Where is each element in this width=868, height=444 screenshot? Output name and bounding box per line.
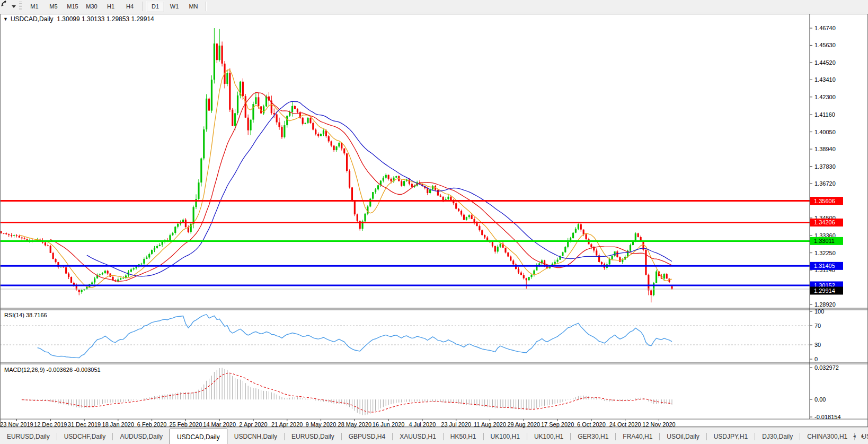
svg-text:29 Aug 2020: 29 Aug 2020	[507, 421, 540, 428]
axis-badge-1.31405: 1.31405	[810, 262, 843, 270]
svg-text:1.43410: 1.43410	[814, 76, 836, 83]
chart-symbol-label: USDCAD,Daily	[11, 15, 54, 23]
chart-ohlc-values: 1.30099 1.30133 1.29853 1.29914	[57, 15, 154, 23]
chart-tab-UK100-H1[interactable]: UK100,H1	[484, 428, 527, 444]
svg-text:16 Jun 2020: 16 Jun 2020	[373, 421, 405, 428]
timeframe-button-W1[interactable]: W1	[165, 1, 183, 12]
timeframe-button-H4[interactable]: H4	[121, 1, 139, 12]
svg-text:21 Apr 2020: 21 Apr 2020	[271, 421, 303, 428]
svg-text:1.33011: 1.33011	[814, 238, 835, 244]
svg-text:1.40050: 1.40050	[814, 129, 836, 135]
timeframe-button-M5[interactable]: M5	[45, 1, 63, 12]
timeframe-button-M15[interactable]: M15	[64, 1, 82, 12]
svg-text:1.44520: 1.44520	[814, 59, 836, 66]
chart-tab-USDJPY-H1[interactable]: USDJPY,H1	[707, 428, 755, 444]
chart-tab-GER30-H1[interactable]: GER30,H1	[571, 428, 615, 444]
cursor-tool-glyph	[0, 0, 7, 7]
chart-tab-FRA40-H1[interactable]: FRA40,H1	[616, 428, 659, 444]
chart-tab-XAUUSD-H1[interactable]: XAUUSD,H1	[393, 428, 443, 444]
tab-scroll-arrows: ◄ ►	[852, 428, 865, 444]
svg-text:12 Nov 2020: 12 Nov 2020	[642, 421, 675, 428]
svg-text:6 Oct 2020: 6 Oct 2020	[577, 421, 606, 428]
chart-tab-USDCNH-Daily[interactable]: USDCNH,Daily	[227, 428, 284, 444]
svg-text:1.32250: 1.32250	[814, 250, 836, 256]
svg-text:1.31405: 1.31405	[814, 263, 835, 269]
timeframe-button-H1[interactable]: H1	[102, 1, 120, 12]
svg-text:31 Dec 2019: 31 Dec 2019	[68, 421, 101, 428]
svg-text:18 Jan 2020: 18 Jan 2020	[102, 421, 135, 428]
svg-text:1.29914: 1.29914	[814, 288, 835, 294]
svg-text:1.38940: 1.38940	[814, 146, 836, 152]
svg-text:0.032972: 0.032972	[814, 364, 839, 371]
svg-text:100: 100	[814, 308, 824, 315]
chart-tab-AUDUSD-Daily[interactable]: AUDUSD,Daily	[113, 428, 170, 444]
svg-text:14 Mar 2020: 14 Mar 2020	[203, 421, 236, 428]
svg-text:1.36720: 1.36720	[814, 180, 836, 187]
svg-text:6 Feb 2020: 6 Feb 2020	[137, 421, 167, 428]
cursor-tool-dropdown-caret-icon[interactable]	[12, 5, 16, 8]
tab-scroll-left-icon[interactable]: ◄	[852, 434, 856, 439]
timeframe-button-M30[interactable]: M30	[83, 1, 101, 12]
chart-tab-bar: EURUSD,DailyUSDCHF,DailyAUDUSD,DailyUSDC…	[0, 428, 868, 444]
svg-text:23 Jul 2020: 23 Jul 2020	[441, 421, 471, 428]
timeframe-toolbar: M1M5M15M30H1H4D1W1MN	[0, 0, 868, 13]
chart-tab-USDCHF-Daily[interactable]: USDCHF,Daily	[57, 428, 113, 444]
chart-tab-GBPUSD-H4[interactable]: GBPUSD,H4	[342, 428, 392, 444]
cursor-tool-icon[interactable]	[2, 2, 11, 11]
chart-tab-DJ30-Daily[interactable]: DJ30,Daily	[755, 428, 800, 444]
axis-badge-1.34206: 1.34206	[810, 219, 843, 227]
chart-tab-EURUSD-Daily[interactable]: EURUSD,Daily	[0, 428, 57, 444]
macd-indicator-label: MACD(12,26,9) -0.003626 -0.003051	[4, 367, 101, 373]
price-chart-canvas[interactable]: 1.467401.456301.445201.434101.423001.411…	[0, 0, 868, 444]
rsi-indicator-label: RSI(14) 38.7166	[4, 312, 47, 318]
chart-tab-USOil-Daily[interactable]: USOil,Daily	[660, 428, 706, 444]
svg-text:30: 30	[814, 342, 821, 348]
axis-badge-1.35606: 1.35606	[810, 197, 843, 205]
svg-text:2 Apr 2020: 2 Apr 2020	[239, 421, 267, 428]
chart-tab-HK50-H1[interactable]: HK50,H1	[444, 428, 483, 444]
svg-text:28 May 2020: 28 May 2020	[338, 421, 372, 428]
axis-badge-current-price: 1.29914	[810, 286, 843, 294]
svg-text:12 Dec 2019: 12 Dec 2019	[34, 421, 67, 428]
svg-text:9 May 2020: 9 May 2020	[306, 421, 336, 428]
svg-text:1.37830: 1.37830	[814, 163, 836, 170]
toolbar-separator	[142, 2, 143, 11]
svg-text:11 Aug 2020: 11 Aug 2020	[474, 421, 506, 428]
timeframe-button-M1[interactable]: M1	[25, 1, 43, 12]
svg-text:0.00: 0.00	[814, 396, 826, 403]
timeframe-buttons: M1M5M15M30H1H4D1W1MN	[25, 1, 209, 12]
toolbar-grip-handle[interactable]	[19, 2, 22, 11]
chart-title: ▼USDCAD,Daily 1.30099 1.30133 1.29853 1.…	[3, 15, 154, 23]
chart-tab-USDCAD-Daily[interactable]: USDCAD,Daily	[170, 429, 227, 444]
axis-badge-1.33011: 1.33011	[810, 237, 843, 245]
svg-text:1.45630: 1.45630	[814, 42, 836, 48]
tab-scroll-right-icon[interactable]: ►	[861, 434, 865, 439]
svg-text:1.34206: 1.34206	[814, 219, 835, 225]
timeframe-button-MN[interactable]: MN	[184, 1, 202, 12]
timeframe-button-D1[interactable]: D1	[146, 1, 164, 12]
svg-text:1.42300: 1.42300	[814, 94, 836, 100]
chart-tab-UK100-H1[interactable]: UK100,H1	[527, 428, 570, 444]
svg-text:1.28920: 1.28920	[814, 301, 836, 308]
svg-text:17 Sep 2020: 17 Sep 2020	[541, 421, 574, 428]
svg-text:1.35606: 1.35606	[814, 198, 835, 204]
svg-text:24 Oct 2020: 24 Oct 2020	[609, 421, 641, 428]
mt4-window: { "toolbar": { "timeframes": [ {"label":…	[0, 0, 868, 444]
svg-text:23 Nov 2019: 23 Nov 2019	[0, 421, 33, 428]
chart-tabs: EURUSD,DailyUSDCHF,DailyAUDUSD,DailyUSDC…	[0, 428, 868, 444]
chart-collapse-icon[interactable]: ▼	[3, 16, 8, 22]
svg-text:25 Feb 2020: 25 Feb 2020	[170, 421, 202, 428]
svg-text:0: 0	[814, 356, 818, 362]
svg-text:1.46740: 1.46740	[814, 25, 836, 31]
chart-tab-CHINA300-H1[interactable]: CHINA300,H1	[800, 428, 854, 444]
svg-text:-0.018154: -0.018154	[814, 414, 841, 420]
svg-text:4 Jul 2020: 4 Jul 2020	[409, 421, 436, 428]
chart-tab-EURUSD-Daily[interactable]: EURUSD,Daily	[285, 428, 341, 444]
svg-text:70: 70	[814, 323, 821, 329]
svg-text:1.41160: 1.41160	[814, 111, 835, 118]
toolbar-separator	[206, 2, 207, 11]
